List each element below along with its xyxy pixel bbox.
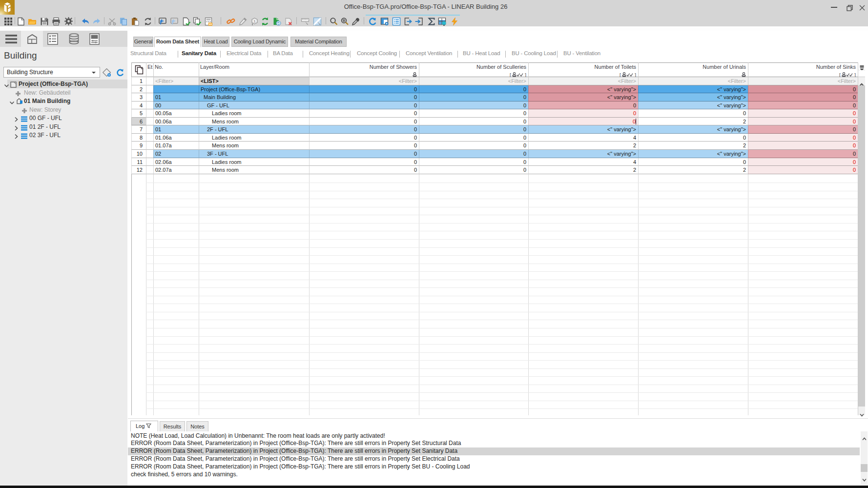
svg-text:1: 1 — [253, 19, 256, 23]
